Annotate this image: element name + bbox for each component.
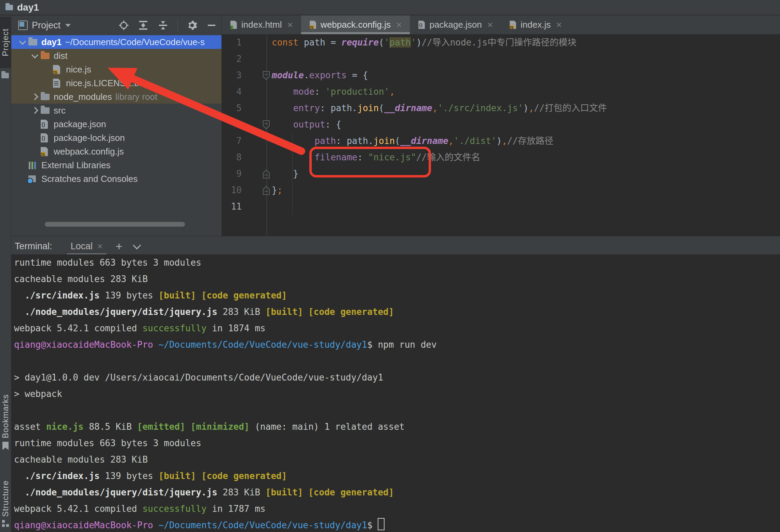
tab-label: package.json <box>429 19 482 30</box>
code-line-11[interactable]: 11 <box>222 198 780 215</box>
code-line-3[interactable]: 3module.exports = { <box>222 67 780 83</box>
code-editor[interactable]: 1const path = require('path')//导入node.js… <box>222 34 780 236</box>
tree-item-label: day1 <box>41 37 62 48</box>
terminal-line: ./src/index.js 139 bytes [built] [code g… <box>14 287 780 304</box>
close-icon[interactable]: × <box>487 19 493 30</box>
line-number: 10 <box>222 185 242 195</box>
tree-item-webpack-config-js[interactable]: JSwebpack.config.js <box>11 145 221 158</box>
js-icon: JS <box>310 21 316 29</box>
gutter-separator <box>267 34 267 236</box>
code-text: filename: "nice.js"//输入的文件名 <box>272 149 480 165</box>
close-icon[interactable]: × <box>396 19 402 30</box>
hide-icon[interactable] <box>206 20 217 30</box>
tree-item-dist[interactable]: dist <box>11 49 221 63</box>
expand-all-icon[interactable] <box>138 20 149 31</box>
tab-webpack-config-js[interactable]: JSwebpack.config.js× <box>301 15 410 34</box>
tree-item-label: nice.js <box>66 64 91 75</box>
line-number: 4 <box>222 87 242 97</box>
expander-down-icon[interactable] <box>17 40 28 44</box>
terminal-tab-local[interactable]: Local × <box>67 236 107 256</box>
fold-column <box>242 198 272 215</box>
indent-guide <box>292 133 293 215</box>
terminal-line: qiang@xiaocaideMacBook-Pro ~/Documents/C… <box>14 517 780 532</box>
tree-item-label: dist <box>54 51 67 61</box>
line-number: 5 <box>222 103 242 113</box>
fold-end-icon[interactable] <box>242 165 272 182</box>
close-icon[interactable]: × <box>287 19 293 30</box>
code-text: mode: 'production', <box>272 83 395 100</box>
fold-start-icon[interactable] <box>242 116 272 133</box>
locate-icon[interactable] <box>119 20 129 30</box>
code-line-10[interactable]: 10}; <box>222 182 780 198</box>
tree-item-label: package.json <box>54 119 106 130</box>
tool-stripe-bookmarks[interactable]: Bookmarks <box>0 394 11 473</box>
fold-column <box>242 51 272 67</box>
expander-right-icon[interactable] <box>29 108 41 113</box>
terminal-header: Terminal: Local × + <box>11 236 780 256</box>
terminal-line: webpack 5.42.1 compiled successfully in … <box>14 501 780 517</box>
line-number: 9 <box>222 169 242 179</box>
line-number: 2 <box>222 54 242 64</box>
line-number: 3 <box>222 70 242 80</box>
code-line-6[interactable]: 6 output: { <box>222 116 780 133</box>
tree-item-suffix: library root <box>116 92 158 102</box>
code-line-5[interactable]: 5 entry: path.join(__dirname,'./src/inde… <box>222 100 780 116</box>
fold-end-icon[interactable] <box>242 182 272 198</box>
bookmark-icon <box>2 442 9 450</box>
expander-right-icon[interactable] <box>29 94 41 99</box>
expander-down-icon[interactable] <box>29 54 41 57</box>
project-panel-title[interactable]: Project <box>32 20 60 31</box>
terminal-line: > webpack <box>14 386 780 402</box>
tab-label: index.html <box>241 19 282 30</box>
tree-item-package-json[interactable]: {}package.json <box>11 117 221 131</box>
tree-item-nice-js[interactable]: 1010JSnice.js <box>11 63 221 76</box>
line-number: 7 <box>222 136 242 146</box>
project-panel: Project <box>11 15 221 236</box>
code-text: }; <box>272 182 282 198</box>
code-line-8[interactable]: 8 filename: "nice.js"//输入的文件名 <box>222 149 780 165</box>
js-min-icon: 1010JS <box>53 65 60 74</box>
horizontal-scrollbar[interactable] <box>45 222 185 227</box>
tree-item-label: webpack.config.js <box>54 146 124 157</box>
code-line-4[interactable]: 4 mode: 'production', <box>222 83 780 100</box>
fold-column <box>242 83 272 100</box>
terminal-line: cacheable modules 283 KiB <box>14 451 780 468</box>
tree-item-package-lock-json[interactable]: {}package-lock.json <box>11 131 221 145</box>
tree-item-nice-js-license-txt[interactable]: nice.js.LICENSE.txt <box>11 76 221 90</box>
settings-gear-icon[interactable] <box>187 20 198 31</box>
folder-icon <box>41 94 50 100</box>
code-line-9[interactable]: 9 } <box>222 165 780 182</box>
terminal-line: webpack 5.42.1 compiled successfully in … <box>14 320 780 336</box>
tree-item-external-libraries[interactable]: External Libraries <box>11 158 221 172</box>
project-panel-header: Project <box>11 15 221 35</box>
tab-index-html[interactable]: Hindex.html× <box>222 15 301 34</box>
code-text: const path = require('path')//导入node.js中… <box>272 34 576 51</box>
ext-lib-icon <box>28 161 37 169</box>
tab-index-js[interactable]: JSindex.js× <box>501 15 570 34</box>
tab-package-json[interactable]: {}package.json× <box>410 15 501 34</box>
close-icon[interactable]: × <box>97 241 103 252</box>
js-file-icon: JS <box>41 147 48 156</box>
chevron-down-icon[interactable] <box>65 24 71 27</box>
terminal-line <box>14 402 780 418</box>
fold-column <box>242 34 272 51</box>
tool-stripe-project[interactable]: Project <box>0 17 11 68</box>
tree-item-src[interactable]: src <box>11 104 221 117</box>
plus-icon[interactable]: + <box>116 240 122 253</box>
tree-item-node-modules[interactable]: node_moduleslibrary root <box>11 90 221 104</box>
collapse-all-icon[interactable] <box>158 20 169 31</box>
fold-start-icon[interactable] <box>242 67 272 83</box>
editor-tab-bar: Hindex.html×JSwebpack.config.js×{}packag… <box>222 15 780 34</box>
chevron-down-icon[interactable] <box>133 241 141 249</box>
tree-item-day1[interactable]: day1~/Documents/Code/VueCode/vue-s <box>11 35 221 49</box>
code-line-1[interactable]: 1const path = require('path')//导入node.js… <box>222 34 780 51</box>
bookmarks-stripe-label: Bookmarks <box>1 394 10 438</box>
stripe-folder-icon[interactable] <box>1 73 9 78</box>
terminal-output[interactable]: runtime modules 663 bytes 3 modulescache… <box>11 254 780 532</box>
code-line-2[interactable]: 2 <box>222 51 780 67</box>
close-icon[interactable]: × <box>556 19 562 30</box>
code-line-7[interactable]: 7 path: path.join(__dirname,'./dist'),//… <box>222 133 780 149</box>
tool-stripe-structure[interactable]: Structure <box>0 480 11 532</box>
tab-label: webpack.config.js <box>321 19 391 30</box>
tree-item-scratches-and-consoles[interactable]: Scratches and Consoles <box>11 172 221 186</box>
